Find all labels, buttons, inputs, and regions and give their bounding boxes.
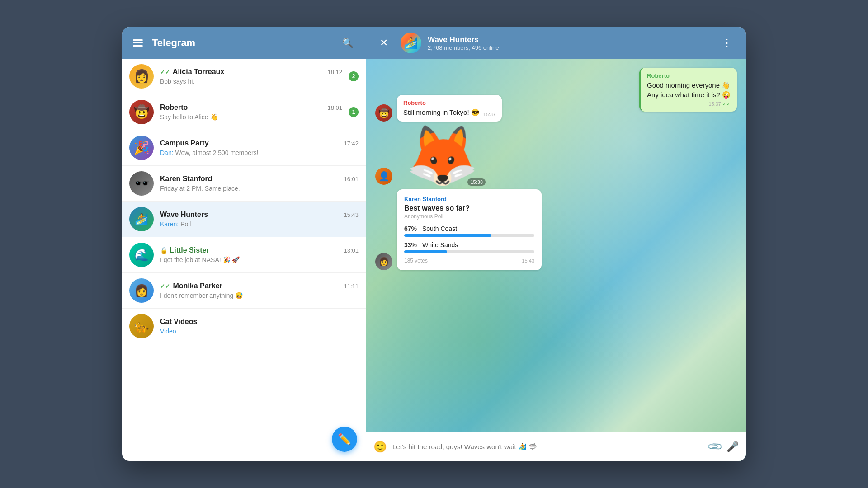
chat-item-name: 🔒 Little Sister	[160, 246, 209, 254]
main-header: Telegram 🔍 ✕ 🏄 Wave Hunters 2,768 member…	[122, 27, 746, 59]
main-content: 👩 ✓✓ Alicia Torreaux 18:12 Bob says hi. …	[122, 59, 746, 461]
avatar: 👩	[129, 278, 154, 303]
poll-bar-fill	[404, 250, 447, 253]
message-row: 👩 Karen Stanford Best waves so far? Anon…	[375, 189, 542, 270]
chat-item-name: Wave Hunters	[160, 211, 208, 219]
chat-item-msg: Friday at 2 PM. Same place.	[160, 185, 359, 192]
poll-footer: 185 votes 15:43	[404, 258, 534, 264]
list-item[interactable]: 🤠 Roberto 18:01 Say hello to Alice 👋 1	[122, 94, 366, 130]
chat-item-info: Cat Videos Video	[160, 318, 359, 335]
chat-item-time: 13:01	[344, 247, 359, 254]
poll-bar-fill	[404, 234, 491, 237]
msg-text: Still morning in Tokyo! 😎	[403, 108, 480, 117]
list-item[interactable]: 🕶️ Karen Stanford 16:01 Friday at 2 PM. …	[122, 166, 366, 202]
sidebar-header: Telegram 🔍	[122, 27, 366, 59]
app-title: Telegram	[152, 37, 331, 49]
poll-option: 67% South Coast	[404, 225, 534, 237]
app-window: Telegram 🔍 ✕ 🏄 Wave Hunters 2,768 member…	[122, 27, 746, 461]
chat-item-msg: I got the job at NASA! 🎉 🚀	[160, 256, 359, 263]
chat-item-time: 16:01	[344, 176, 359, 183]
sidebar: 👩 ✓✓ Alicia Torreaux 18:12 Bob says hi. …	[122, 59, 366, 344]
input-bar: 🙂 📎 🎤	[366, 432, 746, 461]
chat-item-msg: Dan: Wow, almost 2,500 members!	[160, 149, 359, 156]
avatar: 🏄	[129, 207, 154, 231]
poll-bar-track	[404, 234, 534, 237]
msg-sender-name: Roberto	[403, 99, 495, 106]
poll-time: 15:43	[522, 258, 534, 263]
message-row: 🤠 Roberto Still morning in Tokyo! 😎 15:3…	[375, 95, 502, 122]
list-item[interactable]: 🌊 🔒 Little Sister 13:01 I got the job at…	[122, 237, 366, 273]
chat-item-time: 11:11	[344, 283, 359, 290]
list-item[interactable]: 👩 ✓✓ Alicia Torreaux 18:12 Bob says hi. …	[122, 59, 366, 94]
chat-item-msg: I don't remember anything 😅	[160, 292, 359, 299]
close-button[interactable]: ✕	[375, 35, 392, 51]
list-item[interactable]: 🐆 Cat Videos Video	[122, 309, 366, 344]
poll-title: Best waves so far?	[404, 204, 534, 212]
avatar: 👤	[375, 168, 392, 185]
compose-button[interactable]: ✏️	[332, 427, 357, 452]
msg-time: 15:37 ✓✓	[647, 101, 731, 107]
chat-item-msg: Karen: Poll	[160, 221, 359, 228]
poll-bubble: Karen Stanford Best waves so far? Anonym…	[397, 189, 542, 270]
chat-item-time: 18:12	[327, 69, 342, 75]
chat-info: Wave Hunters 2,768 members, 496 online	[428, 35, 711, 51]
chat-item-time: 17:42	[344, 140, 359, 147]
chat-item-name: Roberto	[160, 103, 188, 112]
chat-item-name: Campus Party	[160, 139, 209, 147]
poll-bar-track	[404, 250, 534, 253]
chat-item-name: Karen Stanford	[160, 175, 212, 183]
unread-badge: 2	[349, 71, 359, 81]
chat-item-msg: Say hello to Alice 👋	[160, 113, 342, 121]
incoming-bubble: Roberto Still morning in Tokyo! 😎 15:37	[397, 95, 502, 122]
chat-item-msg: Video	[160, 328, 359, 335]
avatar: 🤠	[375, 104, 392, 122]
avatar: 👩	[375, 253, 392, 270]
poll-option-label: White Sands	[422, 241, 458, 249]
message-row: 👤 🦊 15:38	[375, 126, 487, 185]
chat-item-name: ✓✓ Monika Parker	[160, 282, 222, 290]
avatar: 🌊	[129, 243, 154, 267]
list-item[interactable]: 🏄 Wave Hunters 15:43 Karen: Poll	[122, 202, 366, 237]
chat-item-time: 15:43	[344, 211, 359, 218]
chat-members: 2,768 members, 496 online	[428, 44, 711, 51]
chat-item-time: 18:01	[327, 104, 342, 111]
chat-item-info: 🔒 Little Sister 13:01 I got the job at N…	[160, 246, 359, 263]
poll-type: Anonymous Poll	[404, 213, 534, 220]
avatar: 🕶️	[129, 171, 154, 196]
messages-container: 🤠 Roberto Still morning in Tokyo! 😎 15:3…	[366, 59, 746, 432]
chat-item-info: Karen Stanford 16:01 Friday at 2 PM. Sam…	[160, 175, 359, 192]
poll-option: 33% White Sands	[404, 241, 534, 253]
chat-item-info: ✓✓ Monika Parker 11:11 I don't remember …	[160, 282, 359, 299]
chat-header: ✕ 🏄 Wave Hunters 2,768 members, 496 onli…	[366, 33, 746, 53]
poll-pct: 67%	[404, 225, 419, 232]
outgoing-message-bubble: Roberto Good morning everyone 👋Any idea …	[639, 68, 737, 112]
poll-option-label: South Coast	[422, 225, 457, 232]
message-input[interactable]	[392, 443, 703, 450]
avatar: 👩	[129, 64, 154, 89]
avatar: 🎉	[129, 136, 154, 160]
chat-name-header: Wave Hunters	[428, 35, 711, 44]
list-item[interactable]: 🎉 Campus Party 17:42 Dan: Wow, almost 2,…	[122, 130, 366, 166]
hamburger-menu-icon[interactable]	[131, 38, 145, 48]
sticker-emoji: 🦊	[397, 126, 487, 185]
chat-avatar-header: 🏄	[401, 33, 421, 53]
poll-sender-name: Karen Stanford	[404, 196, 534, 202]
unread-badge: 1	[349, 107, 359, 117]
emoji-button[interactable]: 🙂	[373, 441, 387, 453]
chat-item-info: Wave Hunters 15:43 Karen: Poll	[160, 211, 359, 228]
chat-area: Roberto Good morning everyone 👋Any idea …	[366, 59, 746, 461]
sticker-time: 15:38	[467, 178, 486, 186]
sticker-message: 🦊 15:38	[397, 126, 487, 185]
poll-votes: 185 votes	[404, 258, 428, 264]
msg-time: 15:37	[483, 112, 496, 117]
sidebar-wrapper: 👩 ✓✓ Alicia Torreaux 18:12 Bob says hi. …	[122, 59, 366, 461]
microphone-button[interactable]: 🎤	[726, 441, 739, 453]
search-button[interactable]: 🔍	[339, 36, 357, 50]
avatar: 🐆	[129, 314, 154, 338]
attach-button[interactable]: 📎	[707, 438, 723, 455]
msg-text: Good morning everyone 👋Any idea what tim…	[647, 80, 731, 99]
list-item[interactable]: 👩 ✓✓ Monika Parker 11:11 I don't remembe…	[122, 273, 366, 309]
chat-item-info: ✓✓ Alicia Torreaux 18:12 Bob says hi.	[160, 68, 342, 85]
poll-pct: 33%	[404, 241, 419, 249]
more-options-button[interactable]: ⋮	[717, 35, 737, 51]
